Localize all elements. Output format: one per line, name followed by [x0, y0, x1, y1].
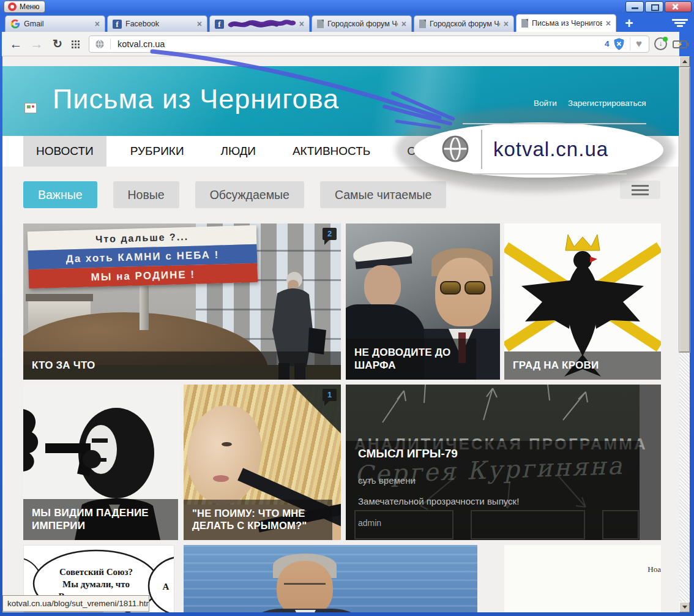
magnified-url-text: kotval.cn.ua	[493, 138, 608, 161]
tab-gmail[interactable]: Gmail ×	[5, 15, 105, 32]
tab-pisma-active[interactable]: Письма из Чернигова ×	[516, 14, 616, 32]
status-url-tooltip: kotval.cn.ua/blog/sut_vremeni/1811.html	[2, 595, 149, 612]
nav-item-rubrics[interactable]: РУБРИКИ	[118, 136, 197, 167]
article-title: ГРАД НА КРОВИ	[504, 351, 661, 380]
tab-close-icon[interactable]: ×	[197, 20, 202, 28]
download-status-dot	[663, 37, 668, 42]
magnified-urlbox-edge	[472, 173, 627, 175]
filter-important[interactable]: Важные	[23, 181, 97, 208]
new-tab-button[interactable]: +	[622, 16, 636, 31]
article-title: "НЕ ПОИМУ: ЧТО МНЕ ДЕЛАТЬ С КРЫМОМ?"	[184, 500, 332, 540]
article-title: КТО ЗА ЧТО	[23, 351, 341, 380]
facebook-favicon: f	[113, 20, 122, 29]
billboard-image: Что дальше ?... Да хоть КАМНИ с НЕБА ! М…	[28, 225, 258, 288]
scrollbar-down-button[interactable]	[679, 602, 690, 612]
comment-badge: 2	[323, 228, 337, 240]
tab-close-icon[interactable]: ×	[606, 19, 611, 28]
tab-label: Городской форум Чер	[327, 20, 398, 28]
tab-facebook-redacted[interactable]: f ×	[209, 15, 310, 32]
sunglasses-shape	[440, 281, 489, 295]
article-card[interactable]: ГРАД НА КРОВИ	[504, 223, 661, 380]
page-favicon	[317, 20, 324, 28]
scrollbar-up-button[interactable]	[679, 56, 690, 67]
down-arrow-icon	[682, 606, 687, 609]
nav-item-activity[interactable]: АКТИВНОСТЬ	[280, 136, 383, 167]
tab-facebook[interactable]: f Facebook ×	[107, 15, 207, 32]
article-category[interactable]: суть времени	[358, 475, 416, 486]
scrollbar-thumb[interactable]	[679, 67, 690, 352]
article-card[interactable]: 1 "НЕ ПОИМУ: ЧТО МНЕ ДЕЛАТЬ С КРЫМОМ?"	[184, 385, 341, 540]
downloads-icon[interactable]: ↓	[654, 37, 667, 50]
maximize-button[interactable]	[645, 1, 663, 12]
back-button[interactable]: ←	[7, 32, 25, 56]
close-window-button[interactable]	[665, 1, 692, 12]
url-text[interactable]: kotval.cn.ua	[118, 36, 165, 52]
magnified-urlbox-edge	[463, 123, 646, 124]
opera-logo-icon	[8, 2, 17, 11]
tab-label: Facebook	[125, 20, 193, 28]
site-title: Письма из Чернигова	[53, 83, 339, 115]
filter-most-read[interactable]: Самые читаемые	[320, 181, 447, 208]
svg-text:Мы думали, что: Мы думали, что	[62, 579, 130, 589]
layout-toggle-button[interactable]	[620, 181, 660, 199]
article-title: СМЫСЛ ИГРЫ-79	[358, 447, 458, 460]
divider	[481, 130, 482, 169]
tab-forum-2[interactable]: Городской форум Чер ×	[414, 15, 514, 32]
magnified-globe-icon	[441, 134, 470, 163]
globe-icon	[95, 39, 105, 49]
tab-label: Gmail	[24, 20, 91, 28]
partial-document-text: Ноа	[647, 565, 661, 574]
article-card[interactable]: Ноа	[504, 545, 661, 612]
login-link[interactable]: Войти	[534, 99, 557, 108]
broken-image-icon	[24, 103, 37, 113]
menu-button-label: Меню	[20, 2, 39, 11]
up-arrow-icon	[682, 60, 687, 63]
filter-discussed[interactable]: Обсуждаемые	[195, 181, 304, 208]
bookmark-heart-icon[interactable]: ♥	[636, 36, 642, 52]
article-card-wide[interactable]: АНАЛИТИЧЕСКАЯ ПРОГРАММА Сергея Кургиняна…	[346, 385, 661, 540]
address-toolbar: ← → ↻ kotval.cn.ua 4 ♥ ↓ ⚡	[2, 32, 679, 56]
filter-bar: Важные Новые Обсуждаемые Самые читаемые	[23, 181, 446, 208]
tab-close-icon[interactable]: ×	[401, 20, 406, 28]
tab-label: Городской форум Чер	[430, 20, 500, 28]
svg-text:Советский Союз?: Советский Союз?	[59, 567, 133, 577]
battery-saver-icon[interactable]: ⚡	[673, 40, 687, 48]
article-card[interactable]: МЫ ВИДИМ ПАДЕНИЕ ИМПЕРИИ	[23, 385, 181, 540]
card-image	[184, 402, 266, 508]
page-favicon	[419, 20, 426, 28]
tab-close-icon[interactable]: ×	[504, 20, 509, 28]
redaction-scribble	[228, 19, 296, 29]
title-bar: Меню	[0, 0, 694, 13]
article-card[interactable]	[184, 545, 477, 612]
speed-dial-icon[interactable]	[72, 40, 80, 48]
blocked-count-badge: 4	[605, 36, 610, 52]
article-author[interactable]: admin	[358, 518, 381, 528]
gmail-favicon	[10, 19, 20, 29]
card-image	[140, 286, 149, 330]
comment-badge: 1	[323, 389, 337, 401]
tab-close-icon[interactable]: ×	[299, 20, 304, 28]
svg-text:А: А	[163, 582, 170, 592]
tab-close-icon[interactable]: ×	[95, 20, 100, 28]
browser-window: Меню Gmail × f Facebook × f × Городской …	[0, 0, 694, 616]
register-link[interactable]: Зарегистрироваться	[568, 99, 646, 108]
article-card[interactable]: НЕ ДОВОДИТЕ ДО ШАРФА	[346, 223, 500, 380]
divider	[630, 37, 630, 51]
forward-button[interactable]: →	[28, 32, 46, 56]
article-title: НЕ ДОВОДИТЕ ДО ШАРФА	[346, 339, 476, 380]
filter-new[interactable]: Новые	[113, 181, 179, 208]
tab-forum-1[interactable]: Городской форум Чер ×	[312, 15, 412, 32]
opera-menu-button[interactable]: Меню	[4, 1, 45, 13]
scrollbar-track[interactable]	[679, 56, 690, 612]
tab-label: Письма из Чернигова	[532, 19, 602, 28]
minimize-button[interactable]	[625, 1, 644, 12]
nav-item-news[interactable]: НОВОСТИ	[23, 136, 106, 167]
article-title: МЫ ВИДИМ ПАДЕНИЕ ИМПЕРИИ	[23, 499, 178, 540]
page-favicon	[521, 19, 528, 28]
shield-blocker-icon[interactable]	[614, 38, 624, 50]
tab-menu-icon[interactable]	[671, 19, 689, 28]
reload-button[interactable]: ↻	[48, 32, 67, 56]
address-bar[interactable]: kotval.cn.ua 4 ♥	[89, 36, 649, 53]
article-card[interactable]: Что дальше ?... Да хоть КАМНИ с НЕБА ! М…	[23, 223, 341, 380]
nav-item-people[interactable]: ЛЮДИ	[208, 136, 269, 167]
